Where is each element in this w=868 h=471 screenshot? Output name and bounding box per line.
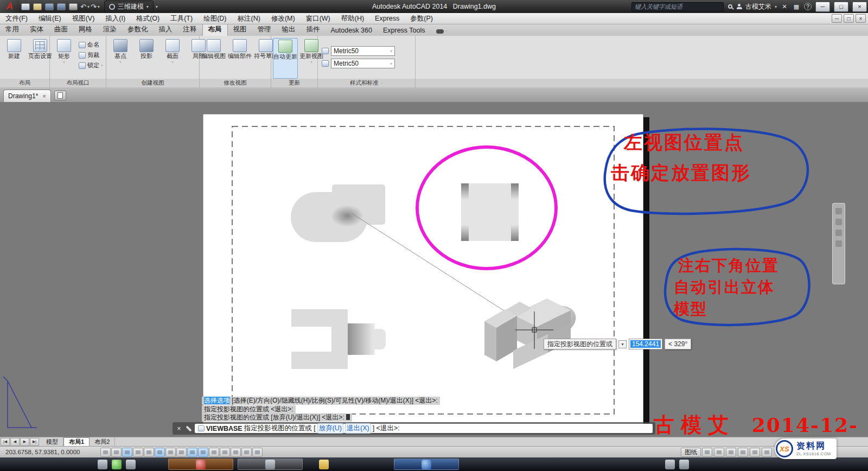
menu-parametric[interactable]: 参数(P) (405, 13, 438, 24)
panel-title-viewports[interactable]: 布局视口 (50, 79, 106, 87)
tab-solid[interactable]: 实体 (24, 24, 49, 36)
dynamic-input-toggle[interactable] (198, 448, 208, 457)
search-icon[interactable] (728, 4, 732, 9)
panel-title-modify[interactable]: 修改视图 (200, 79, 271, 87)
doc-minimize-button[interactable]: ─ (832, 14, 842, 23)
tab-surface[interactable]: 曲面 (49, 24, 73, 36)
tab-mesh[interactable]: 网格 (73, 24, 98, 36)
quick-view-layouts-icon[interactable] (702, 448, 712, 457)
close-button[interactable]: × (852, 2, 867, 12)
next-layout-icon[interactable]: ▶ (20, 438, 29, 446)
user-caret-icon[interactable]: ▾ (775, 4, 777, 9)
save-icon[interactable] (45, 3, 54, 10)
minimize-button[interactable]: ─ (815, 2, 830, 12)
zoom-icon[interactable] (835, 219, 842, 225)
rect-viewport-button[interactable]: 矩形 ▾ (52, 38, 76, 79)
signin-user[interactable]: 古模艾米 (745, 2, 771, 11)
help-search-input[interactable]: 键入关键字或短语 (631, 2, 724, 11)
taskbar-app-3-icon[interactable] (126, 460, 136, 469)
quick-view-drawings-icon[interactable] (714, 448, 724, 457)
infer-constraints-toggle[interactable] (100, 448, 111, 457)
lock-viewport-button[interactable]: 锁定 ▾ (78, 61, 104, 70)
polar-tracking-toggle[interactable] (144, 448, 154, 457)
tab-express-tools[interactable]: Express Tools (378, 26, 431, 36)
taskbar-running-app-1[interactable] (168, 459, 233, 470)
undo-icon[interactable]: ↶ (80, 3, 86, 11)
menu-help[interactable]: 帮助(H) (336, 13, 369, 24)
panel-title-update[interactable]: 更新 (271, 79, 318, 87)
qat-menu-caret-icon[interactable]: ▾ (156, 4, 158, 9)
file-tab-drawing1[interactable]: Drawing1* × (3, 90, 51, 102)
lock-ui-icon[interactable] (750, 448, 760, 457)
menu-insert[interactable]: 插入(I) (100, 13, 131, 24)
lineweight-toggle[interactable] (209, 448, 219, 457)
connect-icon[interactable]: ▦ (792, 2, 801, 11)
redo-icon[interactable]: ↷ (91, 3, 97, 11)
quick-properties-toggle[interactable] (231, 448, 241, 457)
taskbar-running-app-2[interactable] (238, 459, 303, 470)
tab-plugins[interactable]: 插件 (301, 24, 326, 36)
menu-draw[interactable]: 绘图(D) (198, 13, 232, 24)
tab-layout1[interactable]: 布局1 (63, 437, 90, 446)
tab-home[interactable]: 常用 (0, 24, 24, 36)
edit-components-button[interactable]: 编辑部件 (227, 38, 252, 79)
redo-caret-icon[interactable]: ▾ (98, 4, 100, 9)
doc-restore-button[interactable]: □ (844, 14, 854, 23)
drawing-area[interactable]: 左视图位置点 击确定放置图形 注右下角位置 自动引出立体 模型 指定投影视图的位… (0, 102, 868, 437)
tab-render[interactable]: 渲染 (98, 24, 122, 36)
undo-caret-icon[interactable]: ▾ (87, 4, 90, 9)
taskbar-tray-icon-1[interactable] (665, 460, 675, 469)
selection-cycling-toggle[interactable] (241, 448, 252, 457)
tab-model[interactable]: 模型 (41, 437, 63, 446)
open-icon[interactable] (33, 3, 42, 10)
3d-object-snap-toggle[interactable] (165, 448, 176, 457)
command-line[interactable]: × VIEWBASE 指定投影视图的位置或 [ 放弃(U) 退出(X) ] <退… (173, 422, 655, 435)
panel-title-layout[interactable]: 布局 (0, 79, 50, 87)
auto-update-button[interactable]: 自动更新 (273, 38, 298, 79)
projected-view-button[interactable]: 投影 (134, 38, 159, 79)
menu-window[interactable]: 窗口(W) (301, 13, 336, 24)
drawing-view-top[interactable] (461, 183, 519, 241)
workspace-switcher[interactable]: 三维建模 ▾ (104, 1, 154, 13)
tab-autodesk360[interactable]: Autodesk 360 (326, 26, 378, 36)
paper-model-toggle[interactable]: 图纸 (681, 448, 701, 457)
style-combo-1[interactable]: Metric50 ▾ (331, 46, 395, 56)
tab-manage[interactable]: 管理 (252, 24, 277, 36)
workspace-switching-icon[interactable] (738, 448, 748, 457)
tab-layout[interactable]: 布局 (202, 23, 228, 36)
command-option-exit[interactable]: 退出(X) (345, 423, 371, 434)
taskbar-running-app-3[interactable] (394, 459, 459, 470)
taskbar-tray-icon-2[interactable] (679, 460, 689, 469)
menu-view[interactable]: 视图(V) (67, 13, 100, 24)
first-layout-icon[interactable]: |◀ (1, 438, 10, 446)
base-view-button[interactable]: 基点 ▾ (108, 38, 133, 79)
panel-title-styles[interactable]: 样式和标准 » (318, 79, 416, 87)
named-viewport-button[interactable]: 命名 (78, 40, 104, 49)
last-layout-icon[interactable]: ▶| (30, 438, 39, 446)
object-snap-toggle[interactable] (155, 448, 165, 457)
pan-icon[interactable] (835, 208, 842, 214)
transparency-toggle[interactable] (220, 448, 230, 457)
snap-mode-toggle[interactable] (111, 448, 122, 457)
help-icon[interactable]: ? (804, 3, 812, 10)
ribbon-minimize-caret-icon[interactable]: ▾ (445, 29, 448, 34)
clip-viewport-button[interactable]: 剪裁 (78, 50, 104, 60)
menu-edit[interactable]: 编辑(E) (33, 13, 67, 24)
annotation-scale-icon[interactable] (726, 448, 736, 457)
plot-icon[interactable] (69, 3, 78, 10)
cleanscreen-icon[interactable] (762, 448, 772, 457)
taskbar-folder-icon[interactable] (319, 460, 329, 469)
ribbon-options-icon[interactable] (436, 29, 444, 34)
save-as-icon[interactable] (57, 3, 66, 10)
new-tab-button[interactable] (54, 91, 66, 100)
tab-output[interactable]: 输出 (277, 24, 301, 36)
ortho-mode-toggle[interactable] (133, 448, 143, 457)
page-setup-button[interactable]: 页面设置 (28, 38, 53, 79)
wrench-icon[interactable] (186, 425, 192, 431)
dynamic-ucs-toggle[interactable] (187, 448, 197, 457)
navigation-bar[interactable] (832, 203, 845, 284)
panel-title-create[interactable]: 创建视图 (106, 79, 200, 87)
new-layout-button[interactable]: 新建 (2, 38, 27, 79)
exchange-apps-icon[interactable]: ✕ (780, 2, 789, 11)
command-input[interactable]: VIEWBASE 指定投影视图的位置或 [ 放弃(U) 退出(X) ] <退出>… (195, 424, 653, 433)
